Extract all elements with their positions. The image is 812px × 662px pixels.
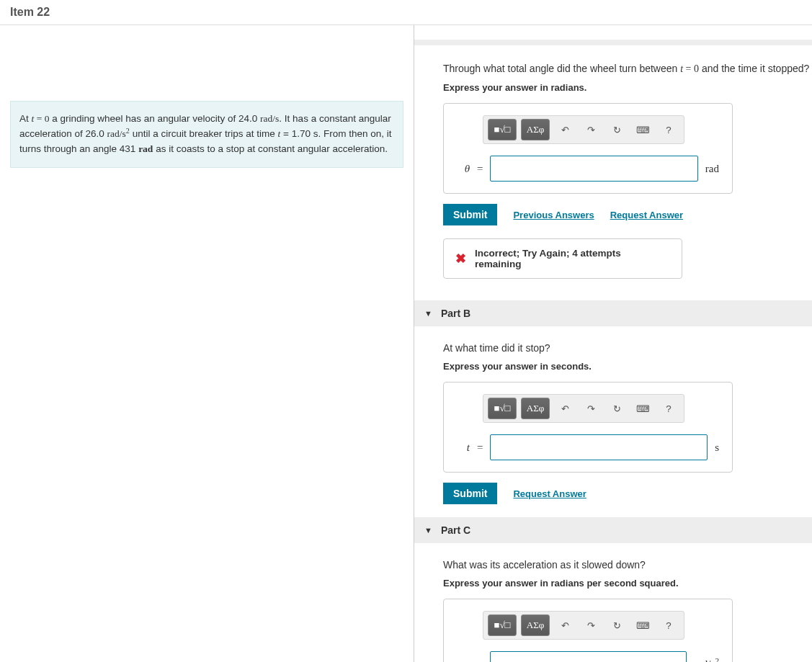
- chevron-down-icon: ▼: [424, 526, 432, 534]
- previous-answers-link[interactable]: Previous Answers: [513, 210, 594, 220]
- keyboard-icon: ⌨: [636, 403, 650, 414]
- equals-sign: =: [477, 442, 483, 454]
- page-title: Item 22: [10, 6, 802, 19]
- reset-button[interactable]: ↻: [606, 614, 628, 636]
- keyboard-icon: ⌨: [636, 125, 650, 135]
- reset-button[interactable]: ↻: [606, 119, 628, 140]
- redo-icon: ↷: [587, 620, 595, 631]
- problem-pane: At t = 0 a grinding wheel has an angular…: [0, 25, 414, 662]
- equals-sign: =: [477, 658, 483, 663]
- help-icon: ?: [666, 403, 671, 414]
- templates-button[interactable]: ■√□: [488, 614, 517, 636]
- undo-button[interactable]: ↶: [554, 614, 576, 636]
- part-c-unit: rad/s2: [694, 658, 719, 663]
- part-c: What was its acceleration as it slowed d…: [414, 559, 812, 662]
- part-b-instruction: Express your answer in seconds.: [443, 361, 812, 372]
- part-a-input[interactable]: [490, 156, 697, 182]
- part-a-submit-button[interactable]: Submit: [443, 204, 497, 225]
- templates-button[interactable]: ■√□: [488, 119, 517, 140]
- part-b-header[interactable]: ▼ Part B: [414, 300, 812, 326]
- part-b-title: Part B: [441, 308, 470, 319]
- part-a-question: Through what total angle did the wheel t…: [443, 63, 812, 75]
- root-icon: ■√□: [494, 124, 511, 135]
- part-a-input-row: θ = rad: [457, 156, 719, 182]
- part-c-question: What was its acceleration as it slowed d…: [443, 559, 812, 571]
- equals-sign: =: [477, 163, 483, 175]
- two-column-layout: At t = 0 a grinding wheel has an angular…: [0, 25, 812, 662]
- undo-button[interactable]: ↶: [554, 119, 576, 140]
- part-c-input-row: α = rad/s2: [457, 651, 719, 662]
- help-button[interactable]: ?: [658, 614, 679, 636]
- reset-button[interactable]: ↻: [606, 398, 628, 419]
- redo-button[interactable]: ↷: [580, 398, 602, 419]
- redo-button[interactable]: ↷: [580, 119, 602, 140]
- equation-toolbar: ■√□ ΑΣφ ↶ ↷ ↻ ⌨ ?: [483, 394, 684, 423]
- templates-button[interactable]: ■√□: [488, 398, 517, 419]
- part-c-header[interactable]: ▼ Part C: [414, 517, 812, 543]
- root-icon: ■√□: [494, 403, 511, 414]
- part-c-title: Part C: [441, 524, 470, 536]
- page-header: Item 22: [0, 0, 812, 25]
- part-b-submit-button[interactable]: Submit: [443, 483, 497, 504]
- part-b-input-row: t = s: [457, 434, 719, 460]
- help-button[interactable]: ?: [658, 398, 679, 419]
- keyboard-button[interactable]: ⌨: [632, 398, 653, 419]
- keyboard-icon: ⌨: [636, 620, 650, 631]
- part-b-answer-box: ■√□ ΑΣφ ↶ ↷ ↻ ⌨ ? t = s: [443, 382, 733, 473]
- part-c-input[interactable]: [490, 651, 687, 662]
- part-c-variable: α: [457, 658, 470, 663]
- help-icon: ?: [666, 125, 671, 135]
- part-a-scrubber: [414, 40, 812, 45]
- part-a-unit: rad: [705, 163, 719, 175]
- equation-toolbar: ■√□ ΑΣφ ↶ ↷ ↻ ⌨ ?: [483, 611, 684, 640]
- incorrect-icon: ✖: [455, 251, 466, 267]
- part-a-variable: θ: [457, 163, 470, 175]
- part-a-feedback: ✖ Incorrect; Try Again; 4 attempts remai…: [443, 238, 682, 279]
- part-c-instruction: Express your answer in radians per secon…: [443, 578, 812, 589]
- greek-button[interactable]: ΑΣφ: [521, 398, 550, 419]
- reset-icon: ↻: [613, 620, 621, 631]
- reset-icon: ↻: [613, 403, 621, 414]
- help-button[interactable]: ?: [658, 119, 679, 140]
- greek-button[interactable]: ΑΣφ: [521, 614, 550, 636]
- problem-statement: At t = 0 a grinding wheel has an angular…: [10, 101, 403, 168]
- equation-toolbar: ■√□ ΑΣφ ↶ ↷ ↻ ⌨ ?: [483, 115, 684, 144]
- undo-icon: ↶: [561, 125, 569, 135]
- redo-icon: ↷: [587, 403, 595, 414]
- part-b: At what time did it stop? Express your a…: [414, 342, 812, 504]
- redo-button[interactable]: ↷: [580, 614, 602, 636]
- help-icon: ?: [666, 620, 671, 631]
- request-answer-link[interactable]: Request Answer: [513, 488, 586, 499]
- greek-button[interactable]: ΑΣφ: [521, 119, 550, 140]
- part-b-question: At what time did it stop?: [443, 342, 812, 354]
- chevron-down-icon: ▼: [424, 309, 432, 318]
- root-icon: ■√□: [494, 619, 511, 631]
- part-b-actions: Submit Request Answer: [443, 483, 812, 504]
- part-b-input[interactable]: [490, 434, 708, 460]
- undo-icon: ↶: [561, 620, 569, 631]
- part-a-feedback-text: Incorrect; Try Again; 4 attempts remaini…: [475, 248, 670, 269]
- part-c-answer-box: ■√□ ΑΣφ ↶ ↷ ↻ ⌨ ? α = rad/s2: [443, 599, 733, 662]
- part-b-unit: s: [715, 442, 719, 454]
- part-a-instruction: Express your answer in radians.: [443, 82, 812, 93]
- keyboard-button[interactable]: ⌨: [632, 614, 653, 636]
- undo-button[interactable]: ↶: [554, 398, 576, 419]
- part-a: Through what total angle did the wheel t…: [414, 63, 812, 279]
- part-a-actions: Submit Previous Answers Request Answer: [443, 204, 812, 225]
- part-a-answer-box: ■√□ ΑΣφ ↶ ↷ ↻ ⌨ ? θ = rad: [443, 103, 733, 194]
- undo-icon: ↶: [561, 403, 569, 414]
- request-answer-link[interactable]: Request Answer: [610, 210, 683, 220]
- keyboard-button[interactable]: ⌨: [632, 119, 653, 140]
- redo-icon: ↷: [587, 125, 595, 135]
- part-b-variable: t: [457, 442, 470, 454]
- reset-icon: ↻: [613, 125, 621, 135]
- parts-pane: Through what total angle did the wheel t…: [414, 25, 812, 662]
